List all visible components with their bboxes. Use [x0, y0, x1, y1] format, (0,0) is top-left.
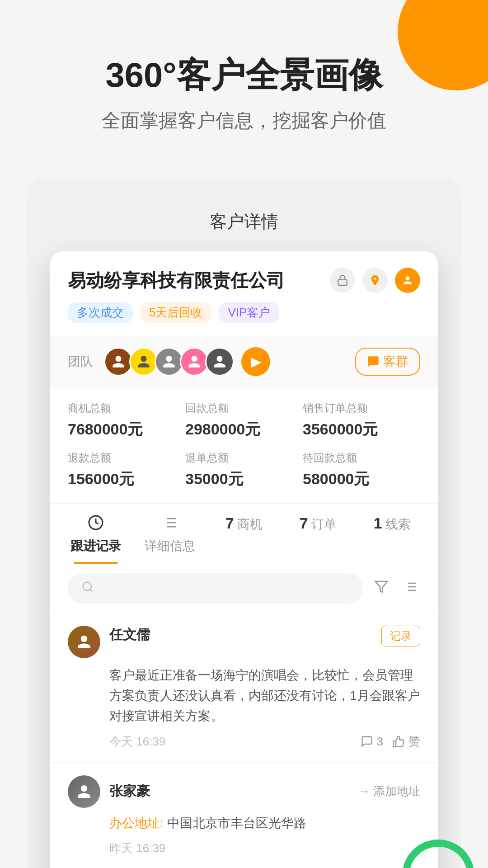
- avatar-4: [180, 347, 209, 376]
- avatar-more[interactable]: ▶: [241, 347, 270, 376]
- stat-label-5: 待回款总额: [303, 451, 420, 465]
- filter-icon[interactable]: [371, 580, 391, 598]
- tab-shangji[interactable]: 7 商机: [207, 504, 281, 564]
- stat-shangjizongé: 商机总额 7680000元: [68, 401, 185, 440]
- sort-icon[interactable]: [400, 580, 420, 598]
- stat-label-0: 商机总额: [68, 401, 185, 415]
- activity-name-2: 张家豪: [109, 782, 349, 801]
- history-icon: [63, 514, 128, 535]
- activity-content-1: 客户最近正准备一场海宁的演唱会，比较忙，会员管理方案负责人还没认真看，内部还没有…: [109, 665, 420, 726]
- stat-tuikuanzonge: 退款总额 156000元: [68, 451, 185, 490]
- stat-value-2: 3560000元: [303, 419, 420, 440]
- tab-label-1: 详细信息: [145, 539, 195, 553]
- stats-grid: 商机总额 7680000元 回款总额 2980000元 销售订单总额 35600…: [50, 387, 438, 504]
- search-icon: [81, 580, 94, 596]
- tab-count-3: 7: [300, 514, 308, 532]
- team-row: 团队: [50, 336, 438, 387]
- tab-detailinfo[interactable]: 详细信息: [133, 504, 207, 564]
- avatar-5: [205, 347, 234, 376]
- like-label: 赞: [408, 734, 420, 750]
- activity-header-1: 任文儒 记录: [68, 626, 420, 658]
- avatar-3: [155, 347, 183, 376]
- arrow-add-address: → 添加地址: [358, 783, 420, 799]
- chat-group-label: 客群: [383, 353, 408, 370]
- svg-point-1: [374, 278, 376, 280]
- stat-label-3: 退款总额: [68, 451, 185, 465]
- stat-huikuanzongé: 回款总额 2980000元: [185, 401, 303, 440]
- stat-value-4: 35000元: [185, 469, 303, 490]
- stat-label-1: 回款总额: [185, 401, 303, 415]
- svg-point-9: [83, 582, 92, 591]
- stat-value-5: 580000元: [303, 469, 420, 490]
- tab-count-4: 1: [374, 514, 382, 532]
- stat-label-4: 退单总额: [185, 451, 303, 465]
- svg-line-10: [90, 590, 92, 592]
- activity-footer-2: 昨天 16:39: [109, 840, 420, 856]
- main-card-wrapper: 客户详情 易动纷享科技有限责任公司: [27, 179, 461, 868]
- company-name-row: 易动纷享科技有限责任公司: [68, 268, 420, 293]
- tags-row: 多次成交 5天后回收 VIP客户: [68, 302, 420, 323]
- stat-xiaoshouzonge: 销售订单总额 3560000元: [303, 401, 420, 440]
- hero-title: 360°客户全景画像: [27, 54, 461, 95]
- team-label: 团队: [68, 353, 93, 370]
- comment-action[interactable]: 3: [361, 735, 383, 749]
- comment-count: 3: [377, 735, 383, 749]
- activity-item-1: 任文儒 记录 客户最近正准备一场海宁的演唱会，比较忙，会员管理方案负责人还没认真…: [50, 613, 438, 762]
- location-icon[interactable]: [362, 268, 388, 293]
- stat-tuidan: 退单总额 35000元: [185, 451, 303, 490]
- svg-marker-11: [375, 581, 388, 592]
- tab-label-3: 订单: [311, 517, 337, 531]
- avatar-group: [104, 347, 230, 376]
- activity-time-2: 昨天 16:39: [109, 840, 420, 856]
- search-bar[interactable]: [68, 573, 362, 604]
- tab-xiansuo[interactable]: 1 线索: [355, 504, 429, 564]
- company-name: 易动纷享科技有限责任公司: [68, 268, 285, 293]
- hero-section: 360°客户全景画像 全面掌握客户信息，挖掘客户价值: [0, 0, 488, 160]
- tab-label-0: 跟进记录: [70, 539, 121, 553]
- search-bar-row: [50, 564, 438, 613]
- activity-content-2: 办公地址: 中国北京市丰台区光华路: [109, 813, 420, 834]
- stat-label-2: 销售订单总额: [303, 401, 420, 415]
- hero-subtitle: 全面掌握客户信息，挖掘客户价值: [27, 108, 461, 133]
- office-address-label: 办公地址:: [109, 816, 164, 830]
- svg-rect-0: [338, 280, 347, 285]
- list-icon: [137, 514, 202, 535]
- record-badge-1: 记录: [381, 626, 420, 646]
- activity-header-2: 张家豪 → 添加地址: [68, 775, 420, 808]
- activity-name-1: 任文儒: [109, 626, 372, 644]
- activity-avatar-2: [68, 775, 100, 808]
- stat-value-1: 2980000元: [185, 419, 303, 440]
- tab-genjinjilu[interactable]: 跟进记录: [59, 504, 133, 564]
- bg-card: 客户详情 易动纷享科技有限责任公司: [27, 179, 461, 868]
- tab-count-2: 7: [225, 514, 234, 532]
- company-icons: [330, 268, 420, 293]
- activity-item-2: 张家豪 → 添加地址 办公地址: 中国北京市丰台区光华路 昨天 16:39: [50, 763, 438, 868]
- like-action[interactable]: 赞: [392, 734, 420, 750]
- avatar-2: [129, 347, 158, 376]
- stat-value-3: 156000元: [68, 469, 185, 490]
- tag-tianhoushouhui: 5天后回收: [140, 302, 211, 323]
- stat-daihuikuan: 待回款总额 580000元: [303, 451, 420, 490]
- tab-label-2: 商机: [237, 517, 263, 531]
- avatar-1: [104, 347, 133, 376]
- company-header: 易动纷享科技有限责任公司: [50, 251, 438, 336]
- bg-card-title: 客户详情: [50, 197, 438, 251]
- activity-avatar-1: [68, 626, 100, 658]
- tag-duocichenjiao: 多次成交: [68, 302, 133, 323]
- tab-row: 跟进记录 详细信息: [50, 504, 438, 564]
- office-address-value: 中国北京市丰台区光华路: [167, 816, 306, 830]
- chat-group-button[interactable]: 客群: [355, 348, 420, 376]
- tag-vip: VIP客户: [219, 302, 279, 323]
- person-icon[interactable]: [395, 268, 420, 293]
- tab-label-4: 线索: [385, 517, 411, 531]
- lock-icon[interactable]: [330, 268, 355, 293]
- stat-value-0: 7680000元: [68, 419, 185, 440]
- activity-time-1: 今天 16:39: [109, 734, 352, 750]
- activity-footer-1: 今天 16:39 3 赞: [109, 734, 420, 750]
- front-card: 易动纷享科技有限责任公司: [50, 251, 438, 868]
- tab-dingdan[interactable]: 7 订单: [281, 504, 355, 564]
